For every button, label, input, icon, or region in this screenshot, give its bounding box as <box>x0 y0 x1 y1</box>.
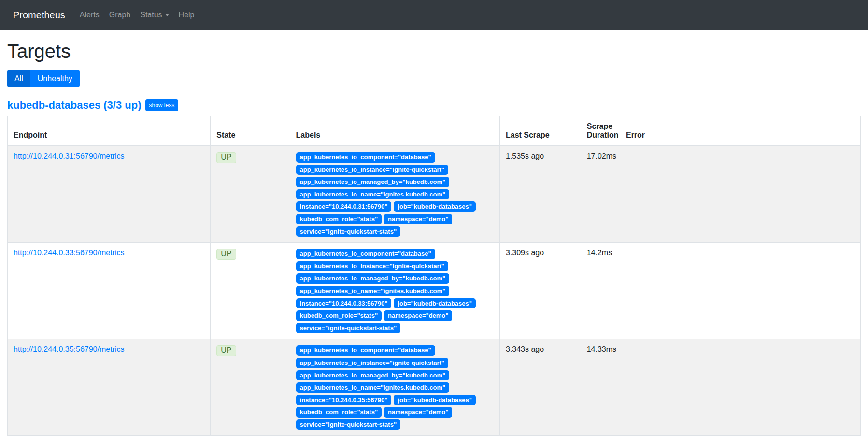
label-line: instance="10.244.0.33:56790"job="kubedb-… <box>296 298 494 309</box>
header-scrape-duration: Scrape Duration <box>581 116 620 146</box>
job-title[interactable]: kubedb-databases (3/3 up) <box>7 99 142 112</box>
label-badge: app_kubernetes_io_name="ignites.kubedb.c… <box>296 382 450 393</box>
label-badge: service="ignite-quickstart-stats" <box>296 226 401 237</box>
scrape-duration-cell: 14.33ms <box>581 339 620 436</box>
label-badge: app_kubernetes_io_instance="ignite-quick… <box>296 358 449 368</box>
label-badge: instance="10.244.0.35:56790" <box>296 395 392 405</box>
label-line: app_kubernetes_io_instance="ignite-quick… <box>296 358 494 368</box>
label-line: app_kubernetes_io_name="ignites.kubedb.c… <box>296 286 494 296</box>
label-line: app_kubernetes_io_component="database" <box>296 152 494 163</box>
endpoint-link[interactable]: http://10.244.0.35:56790/metrics <box>14 345 124 353</box>
label-badge: app_kubernetes_io_component="database" <box>296 249 435 259</box>
label-line: service="ignite-quickstart-stats" <box>296 419 494 430</box>
header-error: Error <box>620 116 860 146</box>
nav-item-label: Graph <box>109 11 130 19</box>
state-up-badge: UP <box>216 345 236 356</box>
state-cell: UP <box>211 146 290 243</box>
label-badge: app_kubernetes_io_component="database" <box>296 345 435 356</box>
label-badge: job="kubedb-databases" <box>394 395 476 405</box>
label-line: instance="10.244.0.35:56790"job="kubedb-… <box>296 395 494 405</box>
state-cell: UP <box>211 339 290 436</box>
label-line: service="ignite-quickstart-stats" <box>296 323 494 334</box>
page-container: Targets All Unhealthy kubedb-databases (… <box>0 41 868 436</box>
nav-item-help[interactable]: Help <box>174 7 199 23</box>
label-badge: app_kubernetes_io_instance="ignite-quick… <box>296 165 449 175</box>
state-up-badge: UP <box>216 249 236 260</box>
label-badge: app_kubernetes_io_managed_by="kubedb.com… <box>296 370 450 381</box>
endpoint-link[interactable]: http://10.244.0.31:56790/metrics <box>14 152 124 160</box>
filter-all-button[interactable]: All <box>7 70 30 87</box>
nav-item-status[interactable]: Status <box>135 7 173 23</box>
endpoint-link[interactable]: http://10.244.0.33:56790/metrics <box>14 249 124 257</box>
nav-item-label: Status <box>140 11 162 19</box>
label-line: app_kubernetes_io_managed_by="kubedb.com… <box>296 273 494 284</box>
label-line: kubedb_com_role="stats"namespace="demo" <box>296 407 494 418</box>
error-cell <box>620 146 860 243</box>
job-section-header: kubedb-databases (3/3 up) show less <box>7 99 861 112</box>
endpoint-cell: http://10.244.0.35:56790/metrics <box>8 339 211 436</box>
label-badge: service="ignite-quickstart-stats" <box>296 323 401 334</box>
labels-cell: app_kubernetes_io_component="database"ap… <box>290 146 499 243</box>
label-badge: app_kubernetes_io_component="database" <box>296 152 435 163</box>
label-line: instance="10.244.0.31:56790"job="kubedb-… <box>296 201 494 212</box>
brand-link[interactable]: Prometheus <box>13 10 65 21</box>
label-badge: kubedb_com_role="stats" <box>296 214 382 224</box>
table-row: http://10.244.0.31:56790/metricsUPapp_ku… <box>8 146 861 243</box>
labels-cell: app_kubernetes_io_component="database"ap… <box>290 339 499 436</box>
endpoint-cell: http://10.244.0.31:56790/metrics <box>8 146 211 243</box>
label-badge: app_kubernetes_io_managed_by="kubedb.com… <box>296 177 450 187</box>
scrape-duration-cell: 17.02ms <box>581 146 620 243</box>
label-badge: namespace="demo" <box>384 407 452 418</box>
nav-item-graph[interactable]: Graph <box>104 7 135 23</box>
label-line: app_kubernetes_io_instance="ignite-quick… <box>296 261 494 272</box>
label-line: kubedb_com_role="stats"namespace="demo" <box>296 310 494 321</box>
state-up-badge: UP <box>216 152 236 163</box>
label-badge: app_kubernetes_io_instance="ignite-quick… <box>296 261 449 272</box>
label-badge: app_kubernetes_io_managed_by="kubedb.com… <box>296 273 450 284</box>
label-badge: kubedb_com_role="stats" <box>296 407 382 418</box>
last-scrape-cell: 3.343s ago <box>499 339 581 436</box>
nav-item-label: Alerts <box>80 11 100 19</box>
label-badge: service="ignite-quickstart-stats" <box>296 419 401 430</box>
error-cell <box>620 339 860 436</box>
last-scrape-cell: 3.309s ago <box>499 243 581 339</box>
label-badge: instance="10.244.0.31:56790" <box>296 201 392 212</box>
header-endpoint: Endpoint <box>8 116 211 146</box>
labels-cell: app_kubernetes_io_component="database"ap… <box>290 243 499 339</box>
page-title: Targets <box>7 41 861 62</box>
table-header-row: Endpoint State Labels Last Scrape Scrape… <box>8 116 861 146</box>
table-row: http://10.244.0.33:56790/metricsUPapp_ku… <box>8 243 861 339</box>
last-scrape-cell: 1.535s ago <box>499 146 581 243</box>
label-badge: namespace="demo" <box>384 310 452 321</box>
label-line: app_kubernetes_io_instance="ignite-quick… <box>296 165 494 175</box>
endpoint-cell: http://10.244.0.33:56790/metrics <box>8 243 211 339</box>
label-badge: kubedb_com_role="stats" <box>296 310 382 321</box>
table-row: http://10.244.0.35:56790/metricsUPapp_ku… <box>8 339 861 436</box>
show-less-button[interactable]: show less <box>145 99 179 111</box>
state-cell: UP <box>211 243 290 339</box>
label-line: app_kubernetes_io_component="database" <box>296 249 494 259</box>
nav-item-alerts[interactable]: Alerts <box>75 7 104 23</box>
scrape-duration-cell: 14.2ms <box>581 243 620 339</box>
header-state: State <box>211 116 290 146</box>
label-badge: instance="10.244.0.33:56790" <box>296 298 392 309</box>
filter-unhealthy-button[interactable]: Unhealthy <box>30 70 80 87</box>
label-line: app_kubernetes_io_managed_by="kubedb.com… <box>296 177 494 187</box>
label-line: kubedb_com_role="stats"namespace="demo" <box>296 214 494 224</box>
label-line: app_kubernetes_io_component="database" <box>296 345 494 356</box>
targets-table: Endpoint State Labels Last Scrape Scrape… <box>7 116 861 436</box>
label-line: app_kubernetes_io_name="ignites.kubedb.c… <box>296 189 494 200</box>
navbar-menu: AlertsGraphStatusHelp <box>75 7 199 23</box>
label-line: app_kubernetes_io_name="ignites.kubedb.c… <box>296 382 494 393</box>
label-line: service="ignite-quickstart-stats" <box>296 226 494 237</box>
top-navbar: Prometheus AlertsGraphStatusHelp <box>0 0 868 30</box>
label-badge: job="kubedb-databases" <box>394 298 476 309</box>
label-badge: app_kubernetes_io_name="ignites.kubedb.c… <box>296 286 450 296</box>
label-badge: namespace="demo" <box>384 214 452 224</box>
header-last-scrape: Last Scrape <box>499 116 581 146</box>
label-badge: app_kubernetes_io_name="ignites.kubedb.c… <box>296 189 450 200</box>
label-badge: job="kubedb-databases" <box>394 201 476 212</box>
chevron-down-icon <box>165 14 169 16</box>
label-line: app_kubernetes_io_managed_by="kubedb.com… <box>296 370 494 381</box>
header-labels: Labels <box>290 116 499 146</box>
